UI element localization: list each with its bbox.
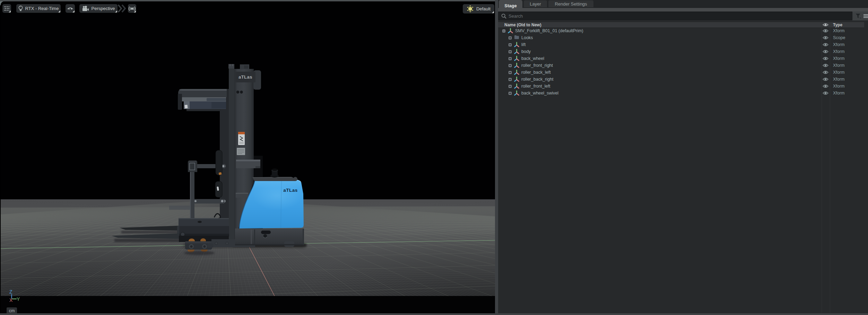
menu-icon[interactable] xyxy=(863,14,868,18)
prim-name[interactable]: roller_front_right xyxy=(521,63,553,68)
prim-name[interactable]: SMV_Forklift_B01_01 (defaultPrim) xyxy=(515,28,583,33)
collapse-icon[interactable] xyxy=(502,29,505,33)
camera-label: Perspective xyxy=(92,6,115,11)
search-tools xyxy=(852,11,868,20)
axis-gizmo-z-label: Z xyxy=(9,289,12,295)
waypoint-signal-button[interactable] xyxy=(128,4,136,13)
filter-icon[interactable] xyxy=(855,13,861,19)
near-fork-shadow xyxy=(114,239,180,242)
visibility-column-icon[interactable] xyxy=(823,23,828,27)
mast-bracket xyxy=(236,160,260,168)
visibility-eye-icon[interactable] xyxy=(823,84,828,88)
name-column-header[interactable]: Name (Old to New) xyxy=(504,22,541,27)
dropdown-notch xyxy=(492,11,494,13)
xform-prim-icon xyxy=(508,28,513,34)
mast-top-notch xyxy=(244,65,248,69)
visibility-button[interactable] xyxy=(66,4,75,13)
expand-icon[interactable] xyxy=(509,78,512,81)
chevrons-separator-icon xyxy=(118,4,127,12)
overhead-guard xyxy=(178,89,227,111)
tree-row-roller_front_left[interactable]: roller_front_leftXform xyxy=(498,83,868,90)
info-label xyxy=(237,148,245,155)
viewport-3d[interactable]: aTLas xyxy=(0,0,497,315)
tree-row-roller_back_left[interactable]: roller_back_leftXform xyxy=(498,69,868,76)
tree-row-back_wheel[interactable]: back_wheelXform xyxy=(498,55,868,62)
dropdown-notch xyxy=(58,10,60,12)
window-bottom-edge xyxy=(0,313,868,315)
panel-splitter[interactable] xyxy=(495,0,498,315)
tree-row-back_wheel_swivel[interactable]: back_wheel_swivelXform xyxy=(498,90,868,97)
visibility-eye-icon[interactable] xyxy=(823,70,828,74)
tree-row-roller_front_right[interactable]: roller_front_rightXform xyxy=(498,62,868,69)
visibility-eye-icon[interactable] xyxy=(823,91,828,95)
mast-cap-tooth xyxy=(229,64,231,66)
far-fork-shadow xyxy=(121,231,179,233)
search-input[interactable] xyxy=(498,12,852,20)
prim-name[interactable]: roller_back_left xyxy=(521,70,551,75)
viewport-settings-button[interactable] xyxy=(2,4,11,13)
tree-row-smv_forklift_b01_01[interactable]: SMV_Forklift_B01_01 (defaultPrim)Xform xyxy=(498,27,868,34)
prim-type: Xform xyxy=(833,49,844,54)
prim-name[interactable]: body xyxy=(521,49,531,54)
scene-3d: aTLas xyxy=(1,1,495,313)
tree-row-roller_back_right[interactable]: roller_back_rightXform xyxy=(498,76,868,83)
axis-gizmo-x-label: X xyxy=(9,297,13,303)
expand-icon[interactable] xyxy=(509,64,512,67)
render-mode-button[interactable]: RTX - Real-Time xyxy=(16,4,61,13)
tree-row-lift[interactable]: liftXform xyxy=(498,41,868,48)
units-badge-label: cm xyxy=(9,308,15,313)
xform-prim-icon xyxy=(514,49,519,54)
prim-type: Xform xyxy=(833,56,844,61)
visibility-eye-icon[interactable] xyxy=(823,63,828,68)
operator-seat xyxy=(215,150,222,197)
xform-prim-icon xyxy=(514,42,519,47)
tab-label: Stage xyxy=(504,3,517,8)
below-ground xyxy=(1,296,495,313)
prim-name[interactable]: back_wheel xyxy=(521,56,544,61)
visibility-eye-icon[interactable] xyxy=(823,77,828,81)
axis-gizmo-y-label: Y xyxy=(17,296,20,302)
tab-layer[interactable]: Layer xyxy=(524,0,547,7)
mast-rail-cap xyxy=(228,64,234,69)
viewport-canvas[interactable]: aTLas xyxy=(1,1,495,313)
type-column-header[interactable]: Type xyxy=(833,22,842,27)
visibility-eye-icon[interactable] xyxy=(823,50,828,54)
prim-type: Xform xyxy=(833,63,844,68)
visibility-eye-icon[interactable] xyxy=(823,29,828,33)
prim-name[interactable]: lift xyxy=(521,42,526,47)
stage-panel: StageLayerRender Settings Name (Old to N… xyxy=(498,0,868,313)
application-window: aTLas xyxy=(0,0,868,315)
body-logo-text: aTLas xyxy=(283,188,298,193)
prim-name[interactable]: roller_front_left xyxy=(521,84,550,89)
prim-name[interactable]: back_wheel_swivel xyxy=(521,91,558,96)
expand-icon[interactable] xyxy=(509,85,512,88)
prim-type: Xform xyxy=(833,91,844,96)
tab-render-settings[interactable]: Render Settings xyxy=(548,0,593,7)
active-tab-strip xyxy=(498,8,868,11)
camera-button[interactable]: Perspective xyxy=(79,4,118,13)
prim-type: Xform xyxy=(833,28,844,33)
lighting-mode-button[interactable]: Default xyxy=(463,4,494,14)
expand-icon[interactable] xyxy=(509,71,512,74)
expand-icon[interactable] xyxy=(509,43,512,46)
lightbulb-icon xyxy=(18,6,23,11)
tree-row-body[interactable]: bodyXform xyxy=(498,48,868,55)
drive-base xyxy=(235,228,304,247)
tab-label: Render Settings xyxy=(555,1,587,7)
prim-name[interactable]: Looks xyxy=(521,35,533,40)
expand-icon[interactable] xyxy=(509,50,512,53)
warning-label xyxy=(238,132,245,145)
visibility-eye-icon[interactable] xyxy=(823,36,828,40)
expand-icon[interactable] xyxy=(509,36,512,39)
prim-name[interactable]: roller_back_right xyxy=(521,77,553,82)
expand-icon[interactable] xyxy=(509,57,512,60)
visibility-eye-icon[interactable] xyxy=(823,43,828,47)
tab-stage[interactable]: Stage xyxy=(499,0,522,11)
visibility-eye-icon[interactable] xyxy=(823,56,828,61)
expand-icon[interactable] xyxy=(509,92,512,95)
tree-row-looks[interactable]: LooksScope xyxy=(498,34,868,41)
xform-prim-icon xyxy=(514,56,519,61)
mast-rail xyxy=(229,64,234,241)
units-badge[interactable]: cm xyxy=(7,307,17,313)
video-camera-icon xyxy=(82,6,89,11)
